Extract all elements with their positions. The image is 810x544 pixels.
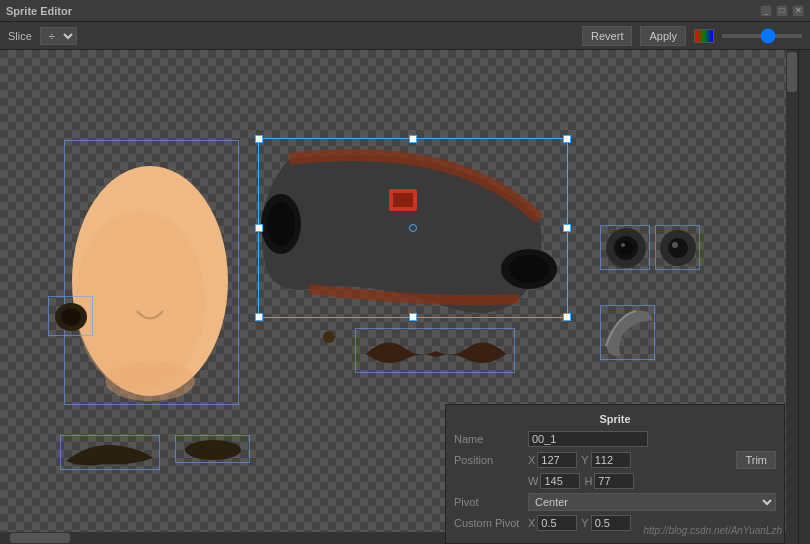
sprite-small1-box[interactable] [48, 296, 93, 336]
handle-tl[interactable] [255, 135, 263, 143]
position-label: Position [454, 454, 524, 466]
svg-point-12 [185, 440, 241, 460]
close-button[interactable]: ✕ [792, 5, 804, 17]
maximize-button[interactable]: □ [776, 5, 788, 17]
pivot-row: Pivot Center [454, 493, 776, 511]
h-label: H [584, 475, 592, 487]
cpx-label: X [528, 517, 535, 529]
svg-point-13 [323, 331, 335, 343]
pivot-label: Pivot [454, 496, 524, 508]
svg-point-16 [619, 241, 633, 255]
handle-lm[interactable] [255, 224, 263, 232]
name-input[interactable] [528, 431, 648, 447]
y-label: Y [581, 454, 588, 466]
cpy-label: Y [581, 517, 588, 529]
h-input[interactable] [594, 473, 634, 489]
properties-panel: Sprite Name Position X Y Trim [445, 404, 785, 544]
window-title: Sprite Editor [6, 5, 72, 17]
svg-rect-9 [393, 193, 413, 207]
x-coord: X [528, 452, 577, 468]
sprite-small5-box[interactable] [655, 225, 700, 270]
sprite-small2-box[interactable] [60, 435, 160, 470]
handle-bl[interactable] [255, 313, 263, 321]
scrollbar-vertical[interactable] [786, 50, 798, 544]
main-area: Sprite Name Position X Y Trim [0, 50, 810, 544]
slice-label: Slice [8, 30, 32, 42]
y-input[interactable] [591, 452, 631, 468]
trim-button[interactable]: Trim [736, 451, 776, 469]
w-coord: W [528, 473, 580, 489]
right-panel-scrollbar[interactable] [798, 50, 810, 544]
properties-title: Sprite [454, 413, 776, 425]
watermark: http://blog.csdn.net/AnYuanLzh [643, 525, 782, 536]
h-coord: H [584, 473, 634, 489]
sprite-small3-box[interactable] [175, 435, 250, 463]
x-label: X [528, 454, 535, 466]
svg-point-19 [668, 238, 688, 258]
sprite-small4-box[interactable] [600, 225, 650, 270]
w-label: W [528, 475, 538, 487]
y-coord: Y [581, 452, 630, 468]
svg-point-17 [621, 243, 625, 247]
sprite-dot-box[interactable] [322, 330, 336, 344]
name-row: Name [454, 431, 776, 447]
custom-pivot-label: Custom Pivot [454, 517, 524, 529]
sprite-pipe-box[interactable] [258, 138, 568, 318]
w-input[interactable] [540, 473, 580, 489]
title-bar: Sprite Editor _ □ ✕ [0, 0, 810, 22]
sprite-face-box[interactable] [64, 140, 239, 405]
handle-rm[interactable] [563, 224, 571, 232]
svg-point-5 [267, 202, 295, 246]
svg-point-3 [105, 361, 195, 401]
cpx-coord: X [528, 515, 577, 531]
svg-point-7 [509, 255, 549, 283]
minimize-button[interactable]: _ [760, 5, 772, 17]
svg-point-20 [672, 242, 678, 248]
cpx-input[interactable] [537, 515, 577, 531]
handle-br[interactable] [563, 313, 571, 321]
zoom-slider[interactable] [722, 34, 802, 38]
apply-button[interactable]: Apply [640, 26, 686, 46]
pivot-select[interactable]: Center [528, 493, 776, 511]
handle-center[interactable] [409, 224, 417, 232]
revert-button[interactable]: Revert [582, 26, 632, 46]
handle-tm[interactable] [409, 135, 417, 143]
sprite-small6-box[interactable] [600, 305, 655, 360]
window-controls[interactable]: _ □ ✕ [760, 5, 804, 17]
color-swatch[interactable] [694, 29, 714, 43]
toolbar: Slice ÷ Revert Apply [0, 22, 810, 50]
cpy-coord: Y [581, 515, 630, 531]
canvas-area[interactable]: Sprite Name Position X Y Trim [0, 50, 798, 544]
name-label: Name [454, 433, 524, 445]
wh-row: W H [454, 473, 776, 489]
position-row: Position X Y Trim [454, 451, 776, 469]
cpy-input[interactable] [591, 515, 631, 531]
sprite-mustache-box[interactable] [355, 328, 515, 373]
slice-dropdown[interactable]: ÷ [40, 27, 77, 45]
svg-point-11 [61, 308, 81, 326]
x-input[interactable] [537, 452, 577, 468]
handle-tr[interactable] [563, 135, 571, 143]
handle-bm[interactable] [409, 313, 417, 321]
